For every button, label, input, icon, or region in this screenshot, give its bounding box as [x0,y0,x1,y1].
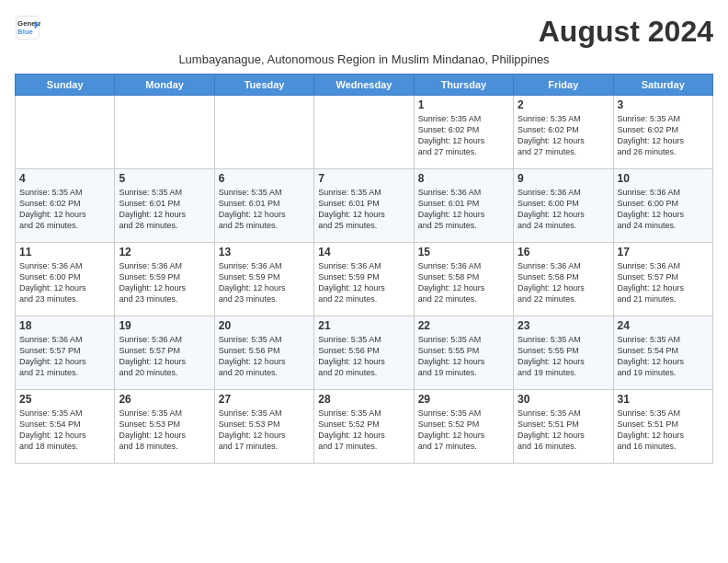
calendar-day-cell: 26Sunrise: 5:35 AM Sunset: 5:53 PM Dayli… [115,390,214,464]
weekday-header-row: SundayMondayTuesdayWednesdayThursdayFrid… [16,75,713,96]
weekday-header-tuesday: Tuesday [214,75,313,96]
day-number: 15 [418,246,509,259]
calendar-day-cell [16,96,115,169]
day-info: Sunrise: 5:35 AM Sunset: 6:02 PM Dayligh… [418,113,509,158]
day-info: Sunrise: 5:36 AM Sunset: 5:59 PM Dayligh… [318,260,409,305]
day-info: Sunrise: 5:35 AM Sunset: 5:56 PM Dayligh… [318,334,409,379]
calendar-day-cell [314,96,414,169]
subtitle: Lumbayanague, Autonomous Region in Musli… [15,52,713,66]
calendar-day-cell: 22Sunrise: 5:35 AM Sunset: 5:55 PM Dayli… [414,316,513,390]
day-number: 21 [318,319,409,332]
day-number: 17 [618,246,709,259]
day-info: Sunrise: 5:36 AM Sunset: 5:59 PM Dayligh… [119,260,210,305]
weekday-header-friday: Friday [514,75,613,96]
calendar-day-cell: 17Sunrise: 5:36 AM Sunset: 5:57 PM Dayli… [613,243,712,316]
day-info: Sunrise: 5:35 AM Sunset: 5:54 PM Dayligh… [19,408,110,453]
day-info: Sunrise: 5:35 AM Sunset: 5:52 PM Dayligh… [418,408,509,453]
calendar-day-cell: 24Sunrise: 5:35 AM Sunset: 5:54 PM Dayli… [613,316,712,390]
calendar-week-row: 25Sunrise: 5:35 AM Sunset: 5:54 PM Dayli… [16,390,713,464]
day-number: 11 [19,246,110,259]
day-number: 29 [418,393,509,406]
day-info: Sunrise: 5:35 AM Sunset: 6:01 PM Dayligh… [119,187,210,232]
calendar-day-cell: 18Sunrise: 5:36 AM Sunset: 5:57 PM Dayli… [16,316,115,390]
weekday-header-thursday: Thursday [414,75,513,96]
day-number: 26 [119,393,210,406]
calendar-day-cell: 14Sunrise: 5:36 AM Sunset: 5:59 PM Dayli… [314,243,414,316]
month-title: August 2024 [539,15,713,49]
calendar-day-cell: 16Sunrise: 5:36 AM Sunset: 5:58 PM Dayli… [514,243,613,316]
day-info: Sunrise: 5:36 AM Sunset: 6:00 PM Dayligh… [518,187,609,232]
page-header: General Blue August 2024 [15,15,713,49]
calendar-day-cell: 31Sunrise: 5:35 AM Sunset: 5:51 PM Dayli… [613,390,712,464]
day-number: 25 [19,393,110,406]
day-info: Sunrise: 5:35 AM Sunset: 6:02 PM Dayligh… [518,113,609,158]
calendar-day-cell: 9Sunrise: 5:36 AM Sunset: 6:00 PM Daylig… [514,169,613,243]
day-number: 10 [618,172,709,185]
day-info: Sunrise: 5:36 AM Sunset: 5:57 PM Dayligh… [618,260,709,305]
calendar-day-cell: 25Sunrise: 5:35 AM Sunset: 5:54 PM Dayli… [16,390,115,464]
day-info: Sunrise: 5:36 AM Sunset: 5:57 PM Dayligh… [19,334,110,379]
calendar-week-row: 4Sunrise: 5:35 AM Sunset: 6:02 PM Daylig… [16,169,713,243]
day-number: 27 [219,393,310,406]
calendar-week-row: 18Sunrise: 5:36 AM Sunset: 5:57 PM Dayli… [16,316,713,390]
day-number: 22 [418,319,509,332]
day-info: Sunrise: 5:35 AM Sunset: 6:01 PM Dayligh… [219,187,310,232]
weekday-header-saturday: Saturday [613,75,712,96]
logo-icon: General Blue [15,15,40,40]
day-number: 14 [318,246,409,259]
day-info: Sunrise: 5:35 AM Sunset: 5:51 PM Dayligh… [618,408,709,453]
calendar-day-cell: 30Sunrise: 5:35 AM Sunset: 5:51 PM Dayli… [514,390,613,464]
calendar-day-cell [214,96,313,169]
day-number: 8 [418,172,509,185]
calendar-week-row: 11Sunrise: 5:36 AM Sunset: 6:00 PM Dayli… [16,243,713,316]
calendar-day-cell: 21Sunrise: 5:35 AM Sunset: 5:56 PM Dayli… [314,316,414,390]
day-info: Sunrise: 5:36 AM Sunset: 6:00 PM Dayligh… [618,187,709,232]
day-number: 4 [19,172,110,185]
calendar-day-cell: 3Sunrise: 5:35 AM Sunset: 6:02 PM Daylig… [613,96,712,169]
day-info: Sunrise: 5:35 AM Sunset: 5:53 PM Dayligh… [119,408,210,453]
day-info: Sunrise: 5:35 AM Sunset: 5:52 PM Dayligh… [318,408,409,453]
calendar-day-cell: 4Sunrise: 5:35 AM Sunset: 6:02 PM Daylig… [16,169,115,243]
calendar-day-cell: 20Sunrise: 5:35 AM Sunset: 5:56 PM Dayli… [214,316,313,390]
day-info: Sunrise: 5:35 AM Sunset: 6:02 PM Dayligh… [618,113,709,158]
day-number: 13 [219,246,310,259]
day-number: 31 [618,393,709,406]
calendar-day-cell: 7Sunrise: 5:35 AM Sunset: 6:01 PM Daylig… [314,169,414,243]
day-number: 18 [19,319,110,332]
day-number: 9 [518,172,609,185]
calendar-day-cell: 23Sunrise: 5:35 AM Sunset: 5:55 PM Dayli… [514,316,613,390]
day-info: Sunrise: 5:35 AM Sunset: 5:55 PM Dayligh… [418,334,509,379]
calendar-day-cell: 1Sunrise: 5:35 AM Sunset: 6:02 PM Daylig… [414,96,513,169]
day-number: 5 [119,172,210,185]
day-info: Sunrise: 5:36 AM Sunset: 5:58 PM Dayligh… [518,260,609,305]
day-info: Sunrise: 5:36 AM Sunset: 5:58 PM Dayligh… [418,260,509,305]
calendar-day-cell: 29Sunrise: 5:35 AM Sunset: 5:52 PM Dayli… [414,390,513,464]
day-number: 6 [219,172,310,185]
day-info: Sunrise: 5:35 AM Sunset: 5:55 PM Dayligh… [518,334,609,379]
day-number: 2 [518,98,609,111]
calendar-day-cell: 6Sunrise: 5:35 AM Sunset: 6:01 PM Daylig… [214,169,313,243]
day-number: 3 [618,98,709,111]
day-number: 30 [518,393,609,406]
day-info: Sunrise: 5:36 AM Sunset: 5:59 PM Dayligh… [219,260,310,305]
day-info: Sunrise: 5:35 AM Sunset: 6:02 PM Dayligh… [19,187,110,232]
calendar-day-cell: 15Sunrise: 5:36 AM Sunset: 5:58 PM Dayli… [414,243,513,316]
calendar-day-cell: 5Sunrise: 5:35 AM Sunset: 6:01 PM Daylig… [115,169,214,243]
day-number: 24 [618,319,709,332]
svg-text:Blue: Blue [17,28,34,36]
calendar-day-cell: 12Sunrise: 5:36 AM Sunset: 5:59 PM Dayli… [115,243,214,316]
weekday-header-monday: Monday [115,75,214,96]
calendar-day-cell: 11Sunrise: 5:36 AM Sunset: 6:00 PM Dayli… [16,243,115,316]
calendar-week-row: 1Sunrise: 5:35 AM Sunset: 6:02 PM Daylig… [16,96,713,169]
calendar-day-cell: 10Sunrise: 5:36 AM Sunset: 6:00 PM Dayli… [613,169,712,243]
weekday-header-wednesday: Wednesday [314,75,414,96]
day-info: Sunrise: 5:35 AM Sunset: 6:01 PM Dayligh… [318,187,409,232]
calendar-day-cell: 27Sunrise: 5:35 AM Sunset: 5:53 PM Dayli… [214,390,313,464]
day-number: 19 [119,319,210,332]
calendar-day-cell [115,96,214,169]
day-info: Sunrise: 5:35 AM Sunset: 5:54 PM Dayligh… [618,334,709,379]
day-number: 16 [518,246,609,259]
day-number: 7 [318,172,409,185]
day-info: Sunrise: 5:36 AM Sunset: 6:00 PM Dayligh… [19,260,110,305]
day-number: 20 [219,319,310,332]
